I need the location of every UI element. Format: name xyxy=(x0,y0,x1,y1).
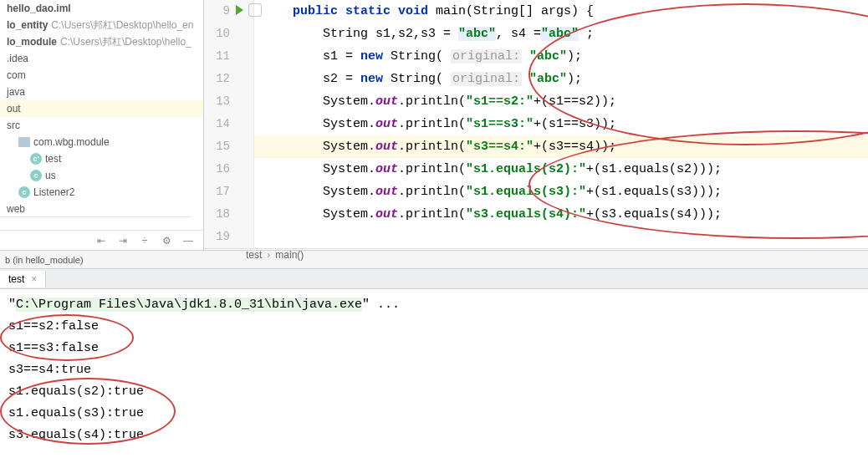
code-line[interactable]: System.out.println("s1==s2:"+(s1==s2)); xyxy=(254,90,868,113)
tree-item[interactable]: hello_dao.iml xyxy=(0,0,203,17)
class-icon: c xyxy=(30,170,42,181)
code-line[interactable]: System.out.println("s1==s3:"+(s1==s3)); xyxy=(254,113,868,135)
console-line: s1==s3:false xyxy=(8,338,860,359)
breadcrumb-item[interactable]: main() xyxy=(275,249,304,261)
class-icon: c' xyxy=(30,153,42,165)
expand-icon[interactable]: ⇥ xyxy=(116,234,130,247)
tree-label: us xyxy=(45,170,56,181)
project-tree[interactable]: hello_dao.iml lo_entityC:\Users\邦杠\Deskt… xyxy=(0,0,203,230)
console-line: s1.equals(s3):true xyxy=(8,403,860,425)
code-line[interactable]: s2 = new String( original: "abc"); xyxy=(254,68,868,90)
gutter-line[interactable]: 10 xyxy=(204,23,253,45)
tree-label: web xyxy=(7,203,25,215)
gutter-line[interactable]: 13 xyxy=(204,90,253,113)
console-line: s1==s2:false xyxy=(8,316,860,338)
gutter-line[interactable]: 15 xyxy=(204,135,253,158)
tree-label: com xyxy=(7,69,26,81)
tree-label: Listener2 xyxy=(33,186,74,198)
tree-path: C:\Users\邦杠\Desktop\hello_en xyxy=(51,18,193,33)
minimize-icon[interactable]: — xyxy=(181,234,195,247)
tree-item[interactable]: web xyxy=(0,201,191,217)
parameter-hint: original: xyxy=(451,72,522,86)
code-line[interactable]: System.out.println("s1.equals(s3):"+(s1.… xyxy=(254,181,868,203)
tree-label: lo_entity xyxy=(7,19,48,31)
tree-label: java xyxy=(7,86,25,98)
tree-path: C:\Users\邦杠\Desktop\hello_ xyxy=(60,35,191,49)
tree-label: com.wbg.module xyxy=(33,136,110,148)
tab-label: test xyxy=(8,273,24,285)
console-line: s3.equals(s4):true xyxy=(8,425,860,446)
gutter-line[interactable]: 12 xyxy=(204,68,253,90)
chevron-right-icon: › xyxy=(267,249,270,261)
gutter: 9 10 11 12 13 14 15 16 17 18 19 xyxy=(204,0,254,248)
gutter-line[interactable]: 17 xyxy=(204,181,253,203)
code-line[interactable]: String s1,s2,s3 = "abc", s4 ="abc" ; xyxy=(254,23,868,45)
tree-item[interactable]: lo_moduleC:\Users\邦杠\Desktop\hello_ xyxy=(0,33,203,50)
gear-icon[interactable]: ⚙ xyxy=(160,234,173,247)
console[interactable]: "C:\Program Files\Java\jdk1.8.0_31\bin\j… xyxy=(0,289,868,458)
tree-label: hello_dao.iml xyxy=(7,3,71,14)
editor-body: 9 10 11 12 13 14 15 16 17 18 19 public s… xyxy=(204,0,868,248)
class-icon: c xyxy=(18,186,30,198)
tree-item[interactable]: out xyxy=(0,100,203,117)
folder-icon xyxy=(18,137,30,147)
tree-item[interactable]: com xyxy=(0,67,203,84)
run-tab[interactable]: test × xyxy=(0,271,46,288)
tree-label: .idea xyxy=(7,53,28,64)
tree-item[interactable]: c'test xyxy=(0,150,203,167)
run-tabs: test × xyxy=(0,269,868,289)
project-sidebar: hello_dao.iml lo_entityC:\Users\邦杠\Deskt… xyxy=(0,0,204,250)
gutter-line[interactable]: 9 xyxy=(204,0,253,23)
gutter-line[interactable]: 16 xyxy=(204,158,253,181)
tree-item[interactable]: .idea xyxy=(0,50,203,67)
editor: 9 10 11 12 13 14 15 16 17 18 19 public s… xyxy=(204,0,868,250)
breadcrumb: test › main() xyxy=(204,248,868,261)
console-line: s3==s4:true xyxy=(8,359,860,381)
code-line[interactable]: System.out.println("s3.equals(s4):"+(s3.… xyxy=(254,203,868,226)
code-line[interactable]: System.out.println("s3==s4:"+(s3==s4)); xyxy=(254,135,868,158)
code-area[interactable]: public static void main(String[] args) {… xyxy=(254,0,868,248)
tree-label: src xyxy=(7,120,20,131)
tree-label: out xyxy=(7,103,21,114)
run-tool-window: b (in hello_module) test × "C:\Program F… xyxy=(0,251,868,458)
tree-item[interactable]: com.wbg.module xyxy=(0,134,203,150)
gutter-line[interactable]: 14 xyxy=(204,113,253,135)
tree-item[interactable]: lo_entityC:\Users\邦杠\Desktop\hello_en xyxy=(0,17,203,33)
tree-item[interactable]: cus xyxy=(0,167,203,184)
parameter-hint: original: xyxy=(451,49,522,64)
tree-item[interactable]: cListener2 xyxy=(0,184,203,201)
top-area: hello_dao.iml lo_entityC:\Users\邦杠\Deskt… xyxy=(0,0,868,251)
code-line[interactable]: public static void main(String[] args) { xyxy=(254,0,868,23)
gutter-line[interactable]: 19 xyxy=(204,226,253,248)
breadcrumb-item[interactable]: test xyxy=(246,249,262,261)
tree-label: lo_module xyxy=(7,36,57,48)
tree-item[interactable]: java xyxy=(0,84,203,100)
console-line: s1.equals(s2):true xyxy=(8,381,860,403)
console-line: "C:\Program Files\Java\jdk1.8.0_31\bin\j… xyxy=(8,294,860,316)
code-line[interactable]: System.out.println("s1.equals(s2):"+(s1.… xyxy=(254,158,868,181)
code-line[interactable] xyxy=(254,226,868,248)
run-gutter-icon[interactable] xyxy=(236,5,243,15)
divider-icon[interactable]: ÷ xyxy=(138,234,151,247)
tree-label: test xyxy=(45,153,61,165)
tree-item[interactable]: src xyxy=(0,117,203,134)
gutter-line[interactable]: 11 xyxy=(204,45,253,68)
close-icon[interactable]: × xyxy=(31,273,37,285)
gutter-line[interactable]: 18 xyxy=(204,203,253,226)
collapse-icon[interactable]: ⇤ xyxy=(94,234,108,247)
sidebar-toolbar: ⇤ ⇥ ÷ ⚙ — xyxy=(0,230,203,250)
code-line[interactable]: s1 = new String( original: "abc"); xyxy=(254,45,868,68)
